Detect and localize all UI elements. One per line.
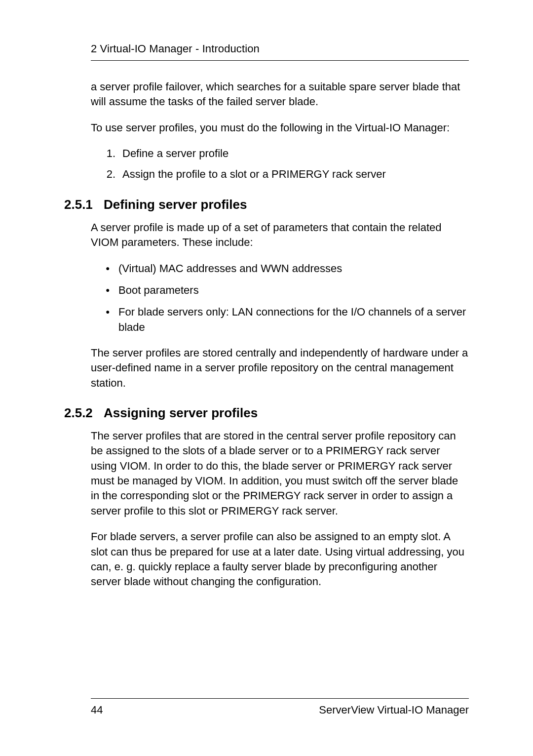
- intro-paragraph-1: a server profile failover, which searche…: [91, 80, 469, 110]
- section-heading-251: 2.5.1 Defining server profiles: [64, 197, 469, 212]
- footer-row: 44 ServerView Virtual-IO Manager: [91, 704, 469, 716]
- section-heading-252: 2.5.2 Assigning server profiles: [64, 405, 469, 421]
- section-paragraph: The server profiles are stored centrally…: [91, 346, 469, 391]
- list-text: Boot parameters: [118, 283, 469, 298]
- intro-paragraph-2: To use server profiles, you must do the …: [91, 120, 469, 135]
- page-header: 2 Virtual-IO Manager - Introduction: [91, 42, 469, 55]
- bullet-icon: ●: [106, 261, 118, 276]
- list-number: 2.: [106, 167, 122, 182]
- bullet-icon: ●: [106, 305, 118, 335]
- list-text: For blade servers only: LAN connections …: [118, 305, 469, 335]
- list-item: ● (Virtual) MAC addresses and WWN addres…: [106, 261, 469, 276]
- section-paragraph: A server profile is made up of a set of …: [91, 220, 469, 250]
- bullet-icon: ●: [106, 283, 118, 298]
- section-paragraph: For blade servers, a server profile can …: [91, 529, 469, 589]
- header-rule: [91, 60, 469, 61]
- list-item: ● For blade servers only: LAN connection…: [106, 305, 469, 335]
- list-item: 2. Assign the profile to a slot or a PRI…: [106, 167, 469, 182]
- section-252-body: The server profiles that are stored in t…: [91, 429, 469, 590]
- page-footer: 44 ServerView Virtual-IO Manager: [64, 698, 469, 716]
- section-title: Defining server profiles: [104, 197, 247, 212]
- list-item: ● Boot parameters: [106, 283, 469, 298]
- list-text: Define a server profile: [122, 146, 469, 161]
- page: 2 Virtual-IO Manager - Introduction a se…: [0, 0, 533, 756]
- body-content: a server profile failover, which searche…: [91, 80, 469, 182]
- section-number: 2.5.1: [64, 197, 104, 212]
- list-number: 1.: [106, 146, 122, 161]
- list-text: Assign the profile to a slot or a PRIMER…: [122, 167, 469, 182]
- ordered-list: 1. Define a server profile 2. Assign the…: [106, 146, 469, 182]
- list-text: (Virtual) MAC addresses and WWN addresse…: [118, 261, 469, 276]
- bullet-list: ● (Virtual) MAC addresses and WWN addres…: [106, 261, 469, 335]
- footer-doc-title: ServerView Virtual-IO Manager: [319, 704, 469, 716]
- section-title: Assigning server profiles: [104, 405, 258, 421]
- section-number: 2.5.2: [64, 405, 104, 421]
- section-251-body: A server profile is made up of a set of …: [91, 220, 469, 391]
- page-number: 44: [91, 704, 103, 716]
- footer-rule: [91, 698, 469, 699]
- section-paragraph: The server profiles that are stored in t…: [91, 429, 469, 518]
- list-item: 1. Define a server profile: [106, 146, 469, 161]
